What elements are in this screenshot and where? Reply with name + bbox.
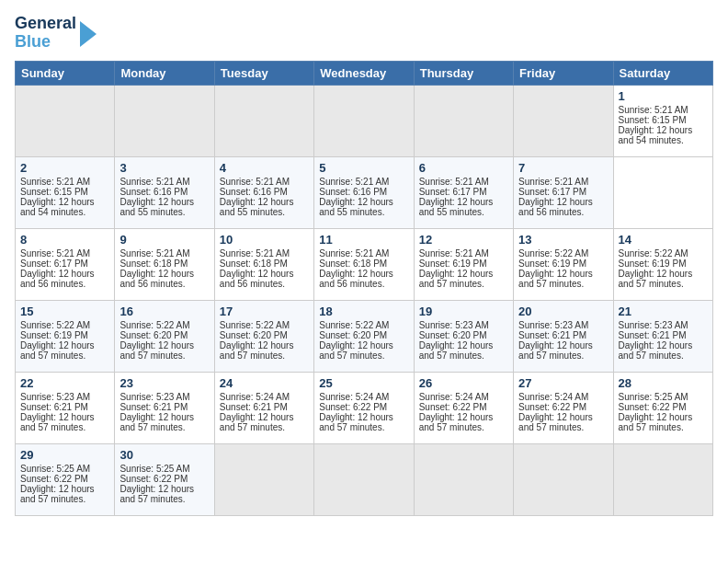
sunrise-text: Sunrise: 5:22 AM — [319, 320, 389, 330]
daylight-label: Daylight: 12 hours and 57 minutes. — [119, 412, 194, 432]
sunset-text: Sunset: 6:20 PM — [220, 330, 288, 340]
sunrise-text: Sunrise: 5:22 AM — [518, 248, 588, 259]
daylight-label: Daylight: 12 hours and 57 minutes. — [119, 340, 194, 361]
sunset-text: Sunset: 6:19 PM — [518, 259, 586, 269]
daylight-label: Daylight: 12 hours and 57 minutes. — [119, 484, 194, 504]
sunrise-text: Sunrise: 5:23 AM — [619, 320, 688, 330]
calendar-day-cell: 19 Sunrise: 5:23 AM Sunset: 6:20 PM Dayl… — [414, 300, 513, 372]
sunset-text: Sunset: 6:21 PM — [518, 330, 586, 340]
day-number: 5 — [319, 161, 408, 175]
sunset-text: Sunset: 6:21 PM — [20, 402, 88, 412]
calendar-day-cell: 11 Sunrise: 5:21 AM Sunset: 6:18 PM Dayl… — [314, 228, 414, 300]
day-number: 26 — [419, 376, 508, 390]
sunset-text: Sunset: 6:20 PM — [119, 330, 188, 340]
calendar-day-cell: 3 Sunrise: 5:21 AM Sunset: 6:16 PM Dayli… — [115, 156, 214, 228]
daylight-label: Daylight: 12 hours and 56 minutes. — [20, 269, 95, 289]
logo-arrow-icon — [80, 21, 97, 47]
sunrise-text: Sunrise: 5:21 AM — [20, 177, 90, 187]
calendar-day-cell: 5 Sunrise: 5:21 AM Sunset: 6:16 PM Dayli… — [314, 156, 414, 228]
empty-cell — [514, 85, 613, 156]
day-number: 28 — [619, 376, 708, 390]
sunset-text: Sunset: 6:20 PM — [419, 330, 487, 340]
sunrise-text: Sunrise: 5:21 AM — [419, 177, 489, 187]
calendar-day-cell: 26 Sunrise: 5:24 AM Sunset: 6:22 PM Dayl… — [414, 372, 513, 443]
calendar-day-cell: 1 Sunrise: 5:21 AM Sunset: 6:15 PM Dayli… — [613, 85, 712, 156]
column-header-wednesday: Wednesday — [314, 61, 414, 85]
empty-cell — [214, 443, 313, 515]
daylight-label: Daylight: 12 hours and 57 minutes. — [319, 340, 393, 361]
column-header-tuesday: Tuesday — [214, 61, 313, 85]
empty-cell — [414, 85, 513, 156]
logo: GeneralBlue — [15, 15, 97, 52]
calendar-table: SundayMondayTuesdayWednesdayThursdayFrid… — [15, 61, 713, 516]
empty-cell — [314, 443, 414, 515]
day-number: 8 — [20, 233, 109, 247]
sunset-text: Sunset: 6:19 PM — [20, 330, 88, 340]
page-header: GeneralBlue — [15, 15, 713, 52]
daylight-label: Daylight: 12 hours and 57 minutes. — [518, 269, 593, 289]
day-number: 7 — [518, 161, 608, 175]
sunset-text: Sunset: 6:16 PM — [220, 187, 288, 197]
empty-cell — [414, 443, 513, 515]
calendar-day-cell: 22 Sunrise: 5:23 AM Sunset: 6:21 PM Dayl… — [16, 372, 115, 443]
day-number: 24 — [220, 376, 309, 390]
column-header-saturday: Saturday — [613, 61, 712, 85]
sunset-text: Sunset: 6:22 PM — [518, 402, 586, 412]
day-number: 17 — [220, 304, 309, 318]
day-number: 29 — [20, 448, 109, 462]
sunrise-text: Sunrise: 5:21 AM — [220, 177, 290, 187]
sunset-text: Sunset: 6:16 PM — [319, 187, 387, 197]
day-number: 16 — [119, 304, 209, 318]
daylight-label: Daylight: 12 hours and 57 minutes. — [220, 412, 294, 432]
calendar-day-cell: 8 Sunrise: 5:21 AM Sunset: 6:17 PM Dayli… — [16, 228, 115, 300]
calendar-day-cell: 9 Sunrise: 5:21 AM Sunset: 6:18 PM Dayli… — [115, 228, 214, 300]
calendar-day-cell: 10 Sunrise: 5:21 AM Sunset: 6:18 PM Dayl… — [214, 228, 313, 300]
empty-cell — [514, 443, 613, 515]
calendar-header-row: SundayMondayTuesdayWednesdayThursdayFrid… — [16, 61, 713, 85]
calendar-day-cell: 30 Sunrise: 5:25 AM Sunset: 6:22 PM Dayl… — [115, 443, 214, 515]
sunset-text: Sunset: 6:20 PM — [319, 330, 387, 340]
sunset-text: Sunset: 6:22 PM — [619, 402, 687, 412]
sunset-text: Sunset: 6:17 PM — [419, 187, 487, 197]
daylight-label: Daylight: 12 hours and 56 minutes. — [119, 269, 194, 289]
calendar-day-cell: 20 Sunrise: 5:23 AM Sunset: 6:21 PM Dayl… — [514, 300, 613, 372]
sunrise-text: Sunrise: 5:24 AM — [220, 392, 290, 402]
daylight-label: Daylight: 12 hours and 57 minutes. — [419, 412, 494, 432]
sunrise-text: Sunrise: 5:21 AM — [419, 248, 489, 259]
day-number: 12 — [419, 233, 508, 247]
daylight-label: Daylight: 12 hours and 55 minutes. — [119, 197, 194, 217]
calendar-day-cell: 15 Sunrise: 5:22 AM Sunset: 6:19 PM Dayl… — [16, 300, 115, 372]
day-number: 19 — [419, 304, 508, 318]
day-number: 14 — [619, 233, 708, 247]
daylight-label: Daylight: 12 hours and 57 minutes. — [20, 340, 95, 361]
day-number: 1 — [619, 89, 708, 103]
day-number: 15 — [20, 304, 109, 318]
sunrise-text: Sunrise: 5:23 AM — [419, 320, 489, 330]
sunrise-text: Sunrise: 5:25 AM — [20, 464, 90, 474]
sunrise-text: Sunrise: 5:22 AM — [20, 320, 90, 330]
sunset-text: Sunset: 6:18 PM — [319, 259, 387, 269]
day-number: 25 — [319, 376, 408, 390]
day-number: 18 — [319, 304, 408, 318]
daylight-label: Daylight: 12 hours and 57 minutes. — [619, 412, 693, 432]
day-number: 27 — [518, 376, 608, 390]
calendar-week-row: 1 Sunrise: 5:21 AM Sunset: 6:15 PM Dayli… — [16, 85, 713, 156]
sunset-text: Sunset: 6:21 PM — [220, 402, 288, 412]
day-number: 3 — [119, 161, 209, 175]
calendar-week-row: 15 Sunrise: 5:22 AM Sunset: 6:19 PM Dayl… — [16, 300, 713, 372]
calendar-week-row: 22 Sunrise: 5:23 AM Sunset: 6:21 PM Dayl… — [16, 372, 713, 443]
sunset-text: Sunset: 6:18 PM — [119, 259, 188, 269]
daylight-label: Daylight: 12 hours and 56 minutes. — [319, 269, 393, 289]
day-number: 23 — [119, 376, 209, 390]
daylight-label: Daylight: 12 hours and 56 minutes. — [518, 197, 593, 217]
calendar-day-cell: 6 Sunrise: 5:21 AM Sunset: 6:17 PM Dayli… — [414, 156, 513, 228]
calendar-day-cell: 17 Sunrise: 5:22 AM Sunset: 6:20 PM Dayl… — [214, 300, 313, 372]
column-header-sunday: Sunday — [16, 61, 115, 85]
daylight-label: Daylight: 12 hours and 57 minutes. — [220, 340, 294, 361]
sunset-text: Sunset: 6:15 PM — [20, 187, 88, 197]
calendar-day-cell: 28 Sunrise: 5:25 AM Sunset: 6:22 PM Dayl… — [613, 372, 712, 443]
day-number: 20 — [518, 304, 608, 318]
daylight-label: Daylight: 12 hours and 57 minutes. — [518, 412, 593, 432]
daylight-label: Daylight: 12 hours and 57 minutes. — [20, 484, 95, 504]
sunrise-text: Sunrise: 5:21 AM — [319, 177, 389, 187]
